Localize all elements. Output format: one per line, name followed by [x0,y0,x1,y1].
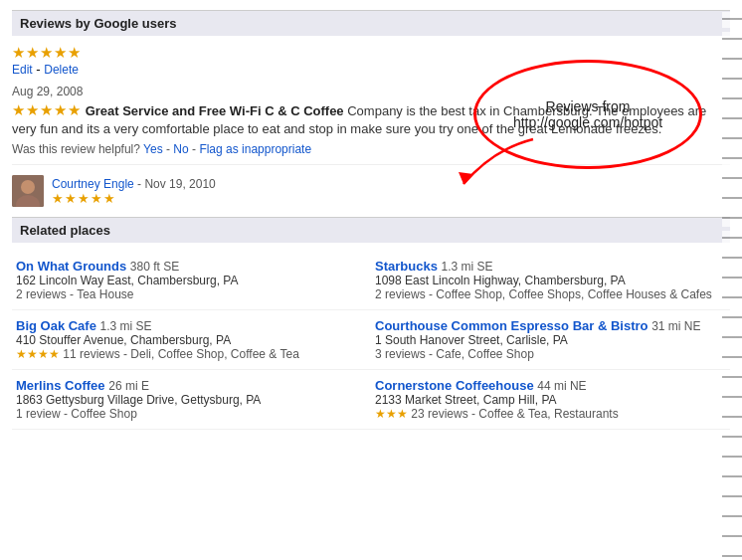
reviewer-row: Courtney Engle - Nov 19, 2010 ★★★★★ [12,175,730,207]
cornerstone-stars: ★★★ [375,407,408,421]
reviews-header: Reviews by Google users [12,10,730,36]
helpful-row: Was this review helpful? Yes - No - Flag… [12,142,730,156]
related-header: Related places [12,217,730,243]
reviewer-date: - Nov 19, 2010 [137,177,216,191]
reviews-section: Reviews by Google users ★★★★★ Edit - Del… [12,10,730,207]
related-item-3: Courthouse Common Espresso Bar & Bistro … [371,310,730,370]
edit-delete-row: ★★★★★ Edit - Delete [12,44,730,77]
related-link-1[interactable]: Starbucks [375,259,438,274]
review-company-1: C & C Coffee [265,103,343,118]
big-oak-stars: ★★★★ [16,347,60,361]
related-link-2[interactable]: Big Oak Cafe [16,318,96,333]
avatar [12,175,44,207]
related-item-5: Cornerstone Coffeehouse 44 mi NE 2133 Ma… [371,370,730,430]
related-link-5[interactable]: Cornerstone Coffeehouse [375,378,534,393]
review-title-1: Great Service and Free Wi-Fi [86,103,262,118]
edit-link[interactable]: Edit [12,63,33,77]
reviewer-name[interactable]: Courtney Engle [52,177,134,191]
review-date-1: Aug 29, 2008 [12,85,730,98]
related-link-0[interactable]: On What Grounds [16,259,126,274]
review-stars-1: ★★★★★ [12,101,82,118]
reviewer-info: Courtney Engle - Nov 19, 2010 ★★★★★ [52,177,216,206]
helpful-no[interactable]: No [173,142,188,156]
related-grid: On What Grounds 380 ft SE 162 Lincoln Wa… [12,251,730,430]
related-item-1: Starbucks 1.3 mi SE 1098 East Lincoln Hi… [371,251,730,310]
related-section: Related places On What Grounds 380 ft SE… [12,217,730,430]
review-content-1: ★★★★★ Great Service and Free Wi-Fi C & C… [12,101,730,138]
review-item-1: Aug 29, 2008 ★★★★★ Great Service and Fre… [12,85,730,165]
flag-link[interactable]: Flag as inappropriate [199,142,311,156]
related-item-2: Big Oak Cafe 1.3 mi SE 410 Stouffer Aven… [12,310,371,370]
related-link-4[interactable]: Merlins Coffee [16,378,105,393]
user-stars: ★★★★★ [12,44,82,61]
helpful-yes[interactable]: Yes [143,142,163,156]
related-item-0: On What Grounds 380 ft SE 162 Lincoln Wa… [12,251,371,310]
delete-link[interactable]: Delete [44,63,79,77]
reviewer-stars: ★★★★★ [52,191,116,206]
related-item-4: Merlins Coffee 26 mi E 1863 Gettysburg V… [12,370,371,430]
related-link-3[interactable]: Courthouse Common Espresso Bar & Bistro [375,318,649,333]
svg-point-1 [21,180,35,194]
